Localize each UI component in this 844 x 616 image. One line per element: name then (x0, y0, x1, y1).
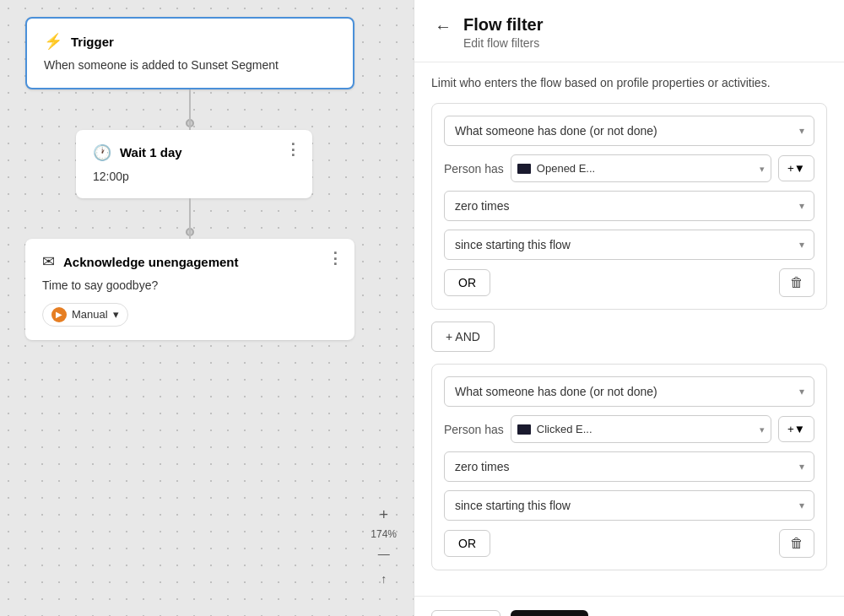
filter2-or-button[interactable]: OR (444, 530, 490, 557)
filter1-delete-button[interactable]: 🗑 (779, 268, 814, 297)
manual-label: Manual (72, 308, 108, 321)
filter2-main-dropdown-wrapper: What someone has done (or not done) ▾ (444, 376, 814, 407)
email-node-menu[interactable]: ⋮ (327, 249, 344, 267)
email-subtitle: Time to say goodbye? (42, 278, 338, 294)
filter2-time-dropdown[interactable]: since starting this flow (444, 490, 814, 521)
email-node[interactable]: ⋮ ✉ Acknowledge unengagement Time to say… (25, 239, 354, 340)
filter2-add-filter-button[interactable]: +▼ (778, 416, 814, 442)
manual-chevron-icon: ▾ (113, 308, 119, 321)
trigger-title: Trigger (71, 35, 114, 49)
email-title: Acknowledge unengagement (63, 255, 239, 269)
and-button[interactable]: + AND (431, 322, 495, 352)
panel-description: Limit who enters the flow based on profi… (431, 76, 827, 89)
filter2-count-dropdown[interactable]: zero times (444, 451, 814, 482)
zoom-out-button[interactable]: — (372, 542, 396, 565)
connector-line-2 (189, 198, 191, 232)
filter1-action-row: Person has Opened E... ▾ +▼ (444, 154, 814, 182)
panel-header: ← Flow filter Edit flow filters (414, 0, 844, 62)
filter1-main-dropdown[interactable]: What someone has done (or not done) (444, 116, 814, 146)
zoom-controls: + 174% — ↑ (371, 503, 397, 591)
panel-subtitle: Edit flow filters (463, 36, 543, 50)
wait-node[interactable]: ⋮ 🕐 Wait 1 day 12:00p (76, 130, 312, 199)
zoom-level: 174% (371, 528, 397, 540)
filter1-action-select-wrapper: Opened E... ▾ (511, 154, 771, 182)
zoom-in-button[interactable]: + (372, 503, 396, 527)
filter1-time-dropdown[interactable]: since starting this flow (444, 230, 814, 260)
filter1-action-dropdown[interactable]: Opened E... (511, 154, 771, 182)
filter1-main-dropdown-wrapper: What someone has done (or not done) ▾ (444, 116, 814, 146)
zoom-reset-button[interactable]: ↑ (372, 567, 396, 591)
filter2-count-wrapper: zero times ▾ (444, 451, 814, 482)
connector-line-2b (189, 232, 191, 239)
filter2-main-dropdown[interactable]: What someone has done (or not done) (444, 376, 814, 407)
filter2-delete-icon: 🗑 (790, 536, 803, 550)
wait-title: Wait 1 day (120, 145, 182, 159)
filter1-time-wrapper: since starting this flow ▾ (444, 230, 814, 260)
trigger-node[interactable]: ⚡ Trigger When someone is added to Sunse… (25, 17, 354, 89)
cancel-button[interactable]: Cancel (511, 610, 588, 616)
filter2-person-has-label: Person has (444, 423, 504, 436)
email-icon: ✉ (42, 252, 55, 271)
connector-line-1 (189, 89, 191, 123)
filter2-action-select-wrapper: Clicked E... ▾ (511, 415, 771, 443)
save-button[interactable]: Save (431, 610, 500, 616)
filter1-person-has-label: Person has (444, 162, 504, 176)
filter2-add-filter-icon: +▼ (787, 423, 805, 435)
panel-body: Limit who enters the flow based on profi… (414, 62, 844, 596)
filter1-or-button[interactable]: OR (444, 269, 490, 296)
filter-group-1: What someone has done (or not done) ▾ Pe… (431, 103, 827, 310)
connector-line-1b (189, 123, 191, 130)
wait-icon: 🕐 (93, 143, 111, 162)
filter2-row-actions: OR 🗑 (444, 529, 814, 558)
manual-badge[interactable]: ▶ Manual ▾ (42, 303, 128, 327)
filter2-action-dropdown[interactable]: Clicked E... (511, 415, 771, 443)
manual-play-icon: ▶ (51, 307, 67, 322)
wait-node-menu[interactable]: ⋮ (285, 140, 302, 159)
right-panel: ← Flow filter Edit flow filters Limit wh… (414, 0, 844, 616)
filter1-delete-icon: 🗑 (790, 275, 803, 289)
filter2-time-wrapper: since starting this flow ▾ (444, 490, 814, 521)
filter1-add-filter-icon: +▼ (787, 162, 805, 175)
trigger-description: When someone is added to Sunset Segment (44, 57, 336, 74)
back-button[interactable]: ← (435, 15, 452, 36)
wait-time: 12:00p (93, 169, 295, 186)
filter1-add-filter-button[interactable]: +▼ (778, 155, 814, 181)
filter2-delete-button[interactable]: 🗑 (779, 529, 814, 558)
filter1-count-dropdown[interactable]: zero times (444, 191, 814, 221)
filter2-action-row: Person has Clicked E... ▾ +▼ (444, 415, 814, 443)
trigger-icon: ⚡ (44, 32, 62, 51)
filter1-row-actions: OR 🗑 (444, 268, 814, 297)
filter-group-2: What someone has done (or not done) ▾ Pe… (431, 364, 827, 570)
flow-canvas: ⚡ Trigger When someone is added to Sunse… (0, 0, 414, 616)
panel-title: Flow filter (463, 15, 543, 35)
panel-footer: Save Cancel (414, 596, 844, 616)
filter1-count-wrapper: zero times ▾ (444, 191, 814, 221)
